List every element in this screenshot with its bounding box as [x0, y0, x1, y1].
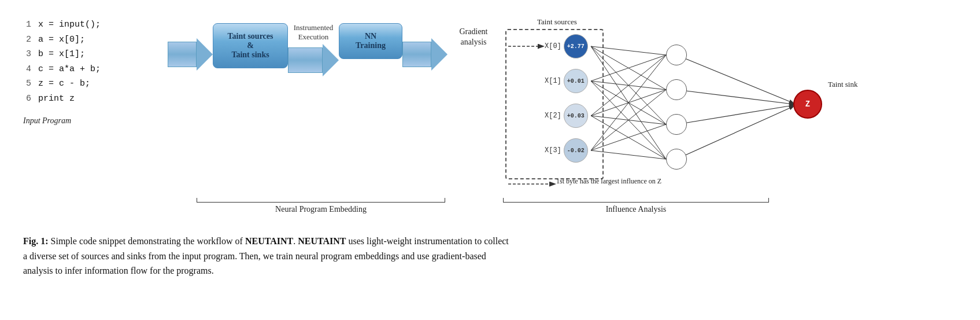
hidden-node-4: [666, 149, 687, 170]
taint-box-line3: Taint sinks: [223, 50, 278, 60]
caption-text-1: Simple code snippet demonstrating the wo…: [49, 236, 245, 246]
taint-box: Taint sources & Taint sinks: [213, 23, 288, 68]
line-num-6: 6: [23, 91, 31, 106]
line-num-4: 4: [23, 62, 31, 77]
diagram-area: 1 x = input(); 2 a = x[0]; 3 b = x[1]; 4…: [23, 12, 957, 214]
caption: Fig. 1: Simple code snippet demonstratin…: [23, 234, 775, 278]
code-text-2: a = x[0];: [38, 32, 85, 47]
nn-diagram: X[0] +2.77 X[1] +0.01: [505, 29, 864, 197]
arrow-body-1: [168, 42, 197, 67]
main-container: 1 x = input(); 2 a = x[0]; 3 b = x[1]; 4…: [23, 12, 957, 278]
arrow-body-2: [288, 47, 323, 73]
input-value-2: +0.03: [567, 113, 585, 119]
input-node-3: X[3] -0.02: [545, 138, 588, 163]
code-line-3: 3 b = x[1];: [23, 47, 150, 62]
code-text-1: x = input();: [38, 17, 101, 32]
arrow-2: [288, 44, 339, 76]
output-label: Z: [805, 100, 810, 109]
input-label-0: X[0]: [545, 42, 561, 50]
influence-label: Influence Analysis: [606, 205, 667, 214]
hidden-node-1: [666, 45, 687, 65]
hidden-node-3: [666, 114, 687, 135]
code-text-6: print z: [38, 91, 75, 106]
input-node-2: X[2] +0.03: [545, 104, 588, 128]
arrow-2-group: Instrumented Execution: [288, 23, 339, 76]
nn-box-line2: Training: [349, 41, 393, 50]
box1-group: Taint sources & Taint sinks: [213, 23, 288, 68]
neural-embedding-section: Neural Program Embedding: [197, 198, 445, 214]
line-num-5: 5: [23, 76, 31, 91]
code-line-4: 4 c = a*a + b;: [23, 62, 150, 77]
input-value-0: +2.77: [567, 43, 585, 50]
line-num-3: 3: [23, 47, 31, 62]
input-label-2: X[2]: [545, 112, 561, 120]
code-block: 1 x = input(); 2 a = x[0]; 3 b = x[1]; 4…: [23, 17, 150, 106]
flow-row: Taint sources & Taint sinks Instrumented…: [168, 17, 957, 197]
arrow-head-1: [197, 38, 213, 71]
hidden-node-2: [666, 79, 687, 100]
input-node-0: X[0] +2.77: [545, 34, 588, 58]
arrow-1: [168, 38, 213, 71]
neural-bracket: [197, 198, 445, 203]
taint-box-line2: &: [223, 41, 278, 50]
line-num-2: 2: [23, 32, 31, 47]
arrow-body-3: [402, 42, 431, 67]
input-value-3: -0.02: [567, 148, 585, 154]
output-node: Z: [793, 90, 822, 119]
line-num-1: 1: [23, 17, 31, 32]
neutaint-1: NEUTAINT: [245, 236, 293, 246]
nn-box-line1: NN: [349, 32, 393, 41]
box2-group: NN Training: [339, 23, 402, 59]
code-line-6: 6 print z: [23, 91, 150, 106]
dashed-arrow-text: 1st byte has the largest influence on Z: [556, 177, 661, 186]
gradient-label: Gradient analysis: [460, 27, 488, 47]
code-line-1: 1 x = input();: [23, 17, 150, 32]
code-text-4: c = a*a + b;: [38, 62, 101, 77]
influence-section: Influence Analysis: [503, 198, 769, 214]
input-label-1: X[1]: [545, 77, 561, 85]
code-section: 1 x = input(); 2 a = x[0]; 3 b = x[1]; 4…: [23, 17, 150, 126]
input-circle-2: +0.03: [564, 104, 588, 128]
neutaint-2: NEUTAINT: [298, 236, 346, 246]
input-label-3: X[3]: [545, 146, 561, 155]
gradient-group: Gradient analysis: [448, 27, 500, 47]
nn-area: Taint sources: [505, 17, 864, 197]
svg-line-16: [676, 55, 793, 103]
taint-box-line1: Taint sources: [223, 32, 278, 41]
code-line-2: 2 a = x[0];: [23, 32, 150, 47]
nn-box: NN Training: [339, 23, 402, 59]
arrow-head-2: [323, 44, 339, 76]
input-circle-3: -0.02: [564, 138, 588, 163]
input-value-1: +0.01: [567, 78, 585, 84]
input-circle-1: +0.01: [564, 69, 588, 93]
fig-label: Fig. 1:: [23, 236, 49, 246]
influence-bracket: [503, 198, 769, 203]
code-line-5: 5 z = c - b;: [23, 76, 150, 91]
code-text-5: z = c - b;: [38, 76, 90, 91]
svg-line-19: [676, 106, 793, 159]
code-text-3: b = x[1];: [38, 47, 85, 62]
neural-embedding-label: Neural Program Embedding: [275, 205, 367, 214]
above-label: Instrumented Execution: [294, 23, 334, 42]
taint-sink-label: Taint sink: [828, 80, 857, 89]
input-circle-0: +2.77: [564, 34, 588, 58]
arrow-3: [402, 38, 448, 71]
input-node-1: X[1] +0.01: [545, 69, 588, 93]
arrow-head-3: [431, 38, 448, 71]
svg-line-18: [676, 105, 793, 124]
taint-sources-label: Taint sources: [537, 17, 577, 27]
bottom-labels: Neural Program Embedding Influence Analy…: [197, 198, 957, 214]
svg-line-17: [676, 90, 793, 104]
input-program-label: Input Program: [23, 116, 71, 125]
flow-wrapper: Taint sources & Taint sinks Instrumented…: [168, 17, 957, 214]
